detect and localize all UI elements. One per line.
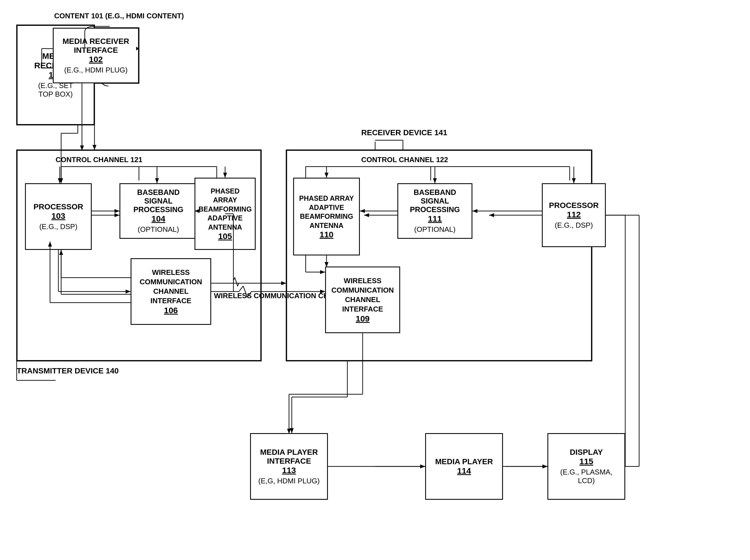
svg-marker-80 [420,464,425,469]
media-player-box: MEDIA PLAYER 114 [425,433,503,500]
mri-ref: 102 [89,55,103,64]
wcci106-label: WIRELESS COMMUNICATION CHANNEL INTERFACE [134,268,208,305]
pa110-ref: 110 [319,230,333,239]
bb111-sub: (OPTIONAL) [414,225,456,234]
svg-marker-82 [542,464,548,469]
pa105-ref: 105 [218,231,232,241]
phased-array-110-box: PHASED ARRAY ADAPTIVE BEAMFORMING ANTENN… [293,178,360,255]
mpi-label: MEDIA PLAYERINTERFACE [260,448,318,465]
proc112-sub: (E.G., DSP) [555,221,593,230]
mri-label: MEDIA RECEIVERINTERFACE [62,37,129,55]
display-ref: 115 [579,457,593,466]
display-sub: (E.G., PLASMA, LCD) [551,468,621,485]
processor-103-box: PROCESSOR 103 (E.G., DSP) [25,183,92,250]
wcci109-ref: 109 [356,314,370,324]
mpi-sub: (E,G, HDMI PLUG) [258,477,319,485]
svg-marker-31 [290,428,294,433]
wcci-106-box: WIRELESS COMMUNICATION CHANNEL INTERFACE… [131,258,211,325]
display-box: DISPLAY 115 (E.G., PLASMA, LCD) [548,433,625,500]
transmitter-device-label: TRANSMITTER DEVICE 140 [17,367,119,375]
bb104-ref: 104 [152,214,165,224]
bb104-sub: (OPTIONAL) [138,225,179,234]
mp-ref: 114 [457,466,471,476]
svg-marker-13 [93,145,96,150]
mpi-ref: 113 [282,465,296,475]
wcci106-ref: 106 [164,306,178,315]
mri-sub: (E.G., HDMI PLUG) [64,66,127,75]
bb111-ref: 111 [428,214,442,224]
svg-marker-35 [542,464,548,469]
phased-array-105-box: PHASED ARRAY BEAMFORMING ADAPTIVE ANTENN… [195,178,256,250]
pa110-label: PHASED ARRAY ADAPTIVE BEAMFORMING ANTENN… [299,194,354,230]
display-label: DISPLAY [570,448,603,457]
media-receiver-interface-box: MEDIA RECEIVERINTERFACE 102 (E.G., HDMI … [53,28,139,83]
svg-marker-26 [281,281,286,285]
control-channel-121-label: CONTROL CHANNEL 121 [56,155,142,164]
processor-112-box: PROCESSOR 112 (E.G., DSP) [542,183,606,247]
wcci109-label: WIRELESS COMMUNICATION CHANNEL INTERFACE [329,276,397,314]
wcci-109-box: WIRELESS COMMUNICATION CHANNEL INTERFACE… [325,267,400,333]
proc112-ref: 112 [567,210,581,219]
baseband-111-box: BASEBANDSIGNAL PROCESSING 111 (OPTIONAL) [397,183,472,239]
pa105-label: PHASED ARRAY BEAMFORMING ADAPTIVE ANTENN… [198,187,252,232]
receiver-device-141-label: RECEIVER DEVICE 141 [361,128,447,137]
bb111-label: BASEBANDSIGNAL PROCESSING [401,188,469,214]
control-channel-122-label: CONTROL CHANNEL 122 [361,155,448,164]
proc112-label: PROCESSOR [549,201,599,210]
proc103-ref: 103 [52,211,65,221]
content-101-label: CONTENT 101 (E.G., HDMI CONTENT) [54,12,184,20]
diagram: MEDIA RECEIVER 100 (E.G., SET TOP BOX) M… [0,0,750,560]
bb104-label: BASEBANDSIGNAL PROCESSING [123,188,194,214]
baseband-104-box: BASEBANDSIGNAL PROCESSING 104 (OPTIONAL) [119,183,197,239]
svg-marker-33 [420,464,425,469]
mp-label: MEDIA PLAYER [435,457,493,466]
proc103-sub: (E.G., DSP) [39,222,77,231]
proc103-label: PROCESSOR [34,202,83,211]
media-receiver-sub: (E.G., SET TOP BOX) [38,81,73,99]
media-player-interface-box: MEDIA PLAYERINTERFACE 113 (E,G, HDMI PLU… [250,433,328,500]
